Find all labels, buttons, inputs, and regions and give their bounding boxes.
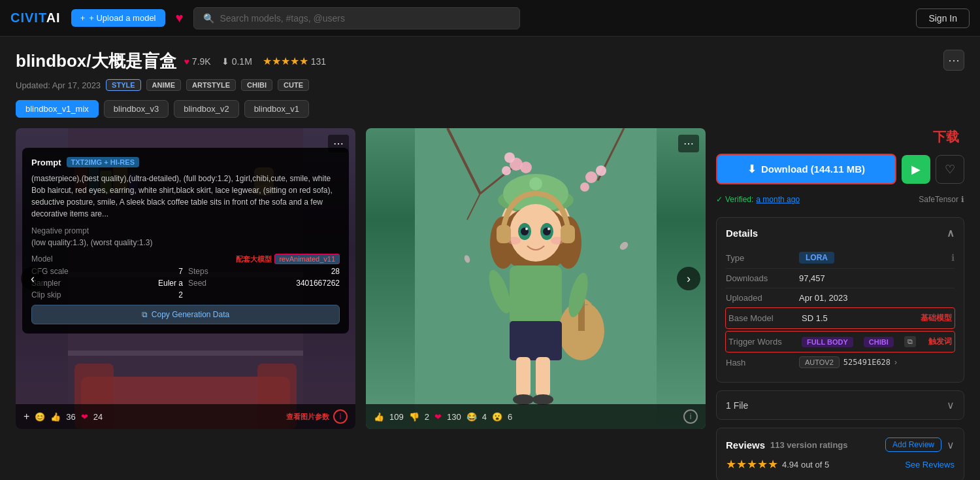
right-nav-button[interactable]: ›: [677, 267, 700, 290]
clip-label: Clip skip: [31, 290, 61, 300]
svg-rect-54: [510, 321, 562, 360]
prompt-overlay: Prompt TXT2IMG + HI-RES (masterpiece),(b…: [22, 148, 349, 334]
info-button-right[interactable]: i: [683, 409, 698, 424]
svg-point-57: [513, 394, 534, 405]
download-icon: ⬇: [221, 56, 229, 67]
svg-point-23: [585, 171, 597, 183]
svg-rect-56: [536, 357, 550, 396]
hash-value-row: AUTOV2 525491E628 ›: [799, 356, 897, 368]
tag-artstyle[interactable]: ARTSTYLE: [186, 79, 236, 91]
reviews-header: Reviews 113 version ratings Add Review ∨: [726, 437, 955, 452]
tag-cute[interactable]: CUTE: [278, 79, 309, 91]
reviews-chevron-icon[interactable]: ∨: [947, 439, 955, 451]
collapse-icon: ∧: [947, 227, 955, 239]
upload-label: + Upload a model: [89, 13, 155, 23]
left-nav-button[interactable]: ‹: [21, 267, 44, 290]
info-button-left[interactable]: i: [333, 409, 348, 424]
details-header[interactable]: Details ∧: [726, 227, 955, 239]
info-icon-safetensor[interactable]: ℹ: [961, 195, 964, 204]
safetensor-badge: SafeTensor ℹ: [919, 195, 964, 204]
version-tab-3[interactable]: blindbox_v1: [244, 100, 309, 118]
version-tabs: blindbox_v1_mix blindbox_v3 blindbox_v2 …: [16, 100, 964, 118]
info-icon-symbol: i: [340, 412, 342, 421]
base-model-label: Base Model: [728, 313, 794, 323]
download-section: ⬇ Download (144.11 MB) ▶ ♡: [716, 154, 964, 184]
upload-button[interactable]: + + Upload a model: [71, 9, 165, 27]
cfg-value: 7: [178, 267, 183, 276]
downloads-value: 97,457: [799, 273, 825, 283]
uploaded-value: Apr 01, 2023: [799, 293, 847, 303]
thumbs-up-icon-left[interactable]: 👍: [50, 412, 61, 422]
tags-row: Updated: Apr 17, 2023 STYLE ANIME ARTSTY…: [16, 79, 326, 91]
verified-text: Verified:: [725, 195, 753, 204]
base-model-row: Base Model SD 1.5 基础模型: [725, 307, 955, 329]
reviews-label: Reviews: [726, 439, 765, 451]
version-tab-0[interactable]: blindbox_v1_mix: [16, 100, 99, 118]
lora-badge: LORA: [799, 252, 834, 264]
svg-point-41: [525, 228, 528, 230]
svg-rect-3: [68, 351, 303, 356]
hash-value: 525491E628: [843, 358, 890, 367]
seed-value: 3401667262: [296, 279, 340, 288]
trigger-copy-icon[interactable]: ⧉: [904, 336, 916, 347]
left-image-card: Prompt TXT2IMG + HI-RES (masterpiece),(b…: [16, 128, 355, 429]
svg-point-58: [532, 394, 553, 405]
sign-in-button[interactable]: Sign In: [916, 9, 970, 28]
type-info-icon[interactable]: ℹ: [951, 252, 955, 263]
verified-row: ✓ Verified: a month ago SafeTensor ℹ: [716, 195, 964, 204]
rating-value: 4.94 out of 5: [782, 460, 829, 470]
add-icon[interactable]: +: [24, 411, 29, 422]
copy-generation-button[interactable]: ⧉ Copy Generation Data: [31, 305, 340, 324]
neg-prompt-text: (low quality:1.3), (worst quality:1.3): [31, 238, 340, 247]
files-section[interactable]: 1 File ∨: [716, 390, 964, 420]
type-label: Type: [726, 253, 791, 263]
version-tab-1[interactable]: blindbox_v3: [104, 100, 169, 118]
tag-chibi[interactable]: CHIBI: [241, 79, 272, 91]
copy-label: Copy Generation Data: [152, 310, 229, 319]
more-options-button[interactable]: ⋯: [943, 50, 964, 71]
copy-icon: ⧉: [142, 310, 148, 319]
clip-value: 2: [178, 290, 183, 300]
steps-item: Steps 28: [188, 267, 340, 276]
emoji-icon-left[interactable]: 😊: [35, 412, 45, 422]
thumbs-down-icon-right[interactable]: 👎: [409, 412, 419, 422]
tag-style[interactable]: STYLE: [106, 79, 140, 91]
wow-icon-right[interactable]: 😮: [492, 412, 502, 422]
cfg-item: CFG scale 7: [31, 267, 183, 276]
svg-point-36: [510, 204, 562, 262]
download-label-chinese: 下载: [716, 128, 964, 146]
right-image-bg: [366, 128, 706, 429]
uploaded-row: Uploaded Apr 01, 2023: [726, 288, 955, 308]
tag-anime[interactable]: ANIME: [146, 79, 181, 91]
heart-icon-left[interactable]: ❤: [81, 412, 88, 422]
info-icon-symbol-right: i: [690, 412, 692, 421]
svg-point-25: [580, 182, 589, 192]
favorite-icon[interactable]: ♥: [176, 10, 184, 26]
save-button[interactable]: ♡: [936, 155, 964, 184]
heart-icon-right[interactable]: ❤: [434, 412, 442, 422]
thumbs-up-icon-right[interactable]: 👍: [374, 412, 384, 422]
hash-expand-icon[interactable]: ›: [894, 358, 897, 367]
download-button[interactable]: ⬇ Download (144.11 MB): [716, 154, 896, 184]
hash-label: Hash: [726, 358, 791, 368]
laugh-icon-right[interactable]: 😂: [466, 412, 477, 422]
heart-icon-save: ♡: [945, 162, 955, 177]
downloads-stat: ⬇ 0.1M: [221, 56, 252, 67]
model-meta-label: Model: [31, 254, 53, 264]
version-tab-2[interactable]: blindbox_v2: [174, 100, 238, 118]
model-annotation: 配套大模型: [236, 254, 272, 264]
verified-time[interactable]: a month ago: [756, 195, 800, 204]
checkmark-icon: ✓: [716, 195, 723, 204]
updated-text: Updated: Apr 17, 2023: [16, 80, 101, 90]
trigger-annotation: 触发词: [928, 336, 952, 347]
run-button[interactable]: ▶: [902, 155, 930, 184]
see-reviews-link[interactable]: See Reviews: [905, 460, 955, 470]
add-review-button[interactable]: Add Review: [885, 437, 941, 452]
right-image-options-button[interactable]: ⋯: [678, 135, 699, 152]
sampler-value: Euler a: [158, 279, 183, 288]
reviews-title-row: Reviews 113 version ratings: [726, 439, 848, 451]
search-icon: 🔍: [203, 13, 214, 24]
content-grid: Prompt TXT2IMG + HI-RES (masterpiece),(b…: [16, 128, 964, 480]
thumbs-up-count-left: 36: [66, 412, 75, 422]
stars-icon: ★★★★★: [263, 55, 308, 67]
